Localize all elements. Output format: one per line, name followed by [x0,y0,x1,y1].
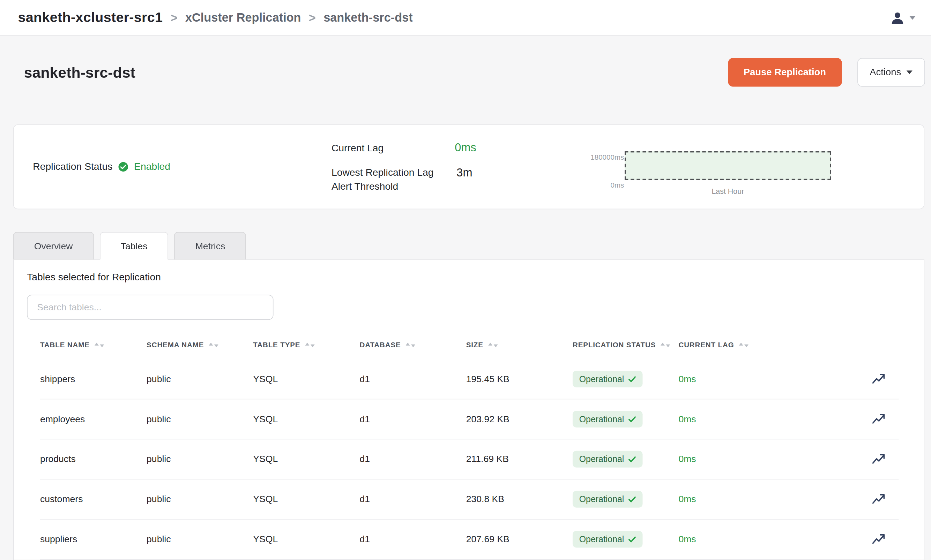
cell-table-type: YSQL [253,414,359,425]
cell-schema-name: public [146,534,253,545]
sort-icon [94,341,104,349]
table-row[interactable]: shippers public YSQL d1 195.45 KB Operat… [40,360,899,400]
cell-table-name: products [40,454,146,465]
row-lag-graph-button[interactable] [871,452,887,466]
status-badge-label: Operational [579,535,624,544]
cell-current-lag: 0ms [678,374,859,385]
cell-schema-name: public [146,454,253,465]
row-lag-graph-button[interactable] [871,532,887,546]
column-header-label: REPLICATION STATUS [573,341,656,349]
status-badge: Operational [573,371,643,388]
page-title: sanketh-src-dst [24,64,136,81]
cell-table-type: YSQL [253,534,359,545]
status-badge-label: Operational [579,494,624,504]
row-lag-graph-button[interactable] [871,372,887,386]
cell-database: d1 [360,414,466,425]
column-header-table-name[interactable]: TABLE NAME [40,341,146,349]
column-header-label: SCHEMA NAME [146,341,204,349]
user-menu[interactable] [890,10,916,25]
row-lag-graph-button[interactable] [871,492,887,506]
breadcrumb-current: sanketh-src-dst [324,11,413,25]
breadcrumb: sanketh-xcluster-src1 > xCluster Replica… [18,9,413,25]
column-header-label: SIZE [466,341,483,349]
cell-schema-name: public [146,414,253,425]
column-header-label: DATABASE [360,341,401,349]
cell-size: 230.8 KB [466,494,573,505]
column-header-table-type[interactable]: TABLE TYPE [253,341,359,349]
actions-button[interactable]: Actions [857,58,925,86]
current-lag-value: 0ms [455,141,476,154]
check-circle-icon [118,161,129,172]
cell-current-lag: 0ms [678,494,859,505]
tab-bar: Overview Tables Metrics [13,232,931,259]
breadcrumb-separator: > [171,11,177,25]
chart-x-label: Last Hour [624,187,831,195]
status-badge: Operational [573,491,643,508]
replication-status-label: Replication Status [33,161,113,172]
cell-table-name: customers [40,494,146,505]
column-header-label: TABLE NAME [40,341,90,349]
sort-icon [405,341,415,349]
status-badge-label: Operational [579,414,624,424]
check-icon [628,456,636,462]
breadcrumb-separator: > [309,11,316,25]
cell-table-type: YSQL [253,494,359,505]
sort-icon [305,341,314,349]
cell-size: 203.92 KB [466,414,573,425]
tables-panel: Tables selected for Replication TABLE NA… [13,259,924,560]
panel-title: Tables selected for Replication [27,271,161,283]
cell-current-lag: 0ms [678,454,859,465]
column-header-schema-name[interactable]: SCHEMA NAME [146,341,253,349]
tab-metrics[interactable]: Metrics [174,232,247,259]
pause-replication-button[interactable]: Pause Replication [728,58,841,86]
line-chart-icon [872,373,886,385]
cell-current-lag: 0ms [678,534,859,545]
cell-database: d1 [360,454,466,465]
chart-threshold-band [624,151,831,180]
sort-icon [488,341,498,349]
lag-threshold-value: 3m [456,166,472,180]
lag-threshold-label: Lowest Replication Lag Alert Threshold [331,166,439,193]
status-badge-label: Operational [579,454,624,464]
sort-icon [739,341,748,349]
status-badge: Operational [573,451,643,468]
line-chart-icon [872,453,886,465]
breadcrumb-cluster[interactable]: sanketh-xcluster-src1 [18,9,163,25]
replication-tables-table: TABLE NAME SCHEMA NAME TABLE TYPE DATABA… [40,331,899,560]
current-lag-label: Current Lag [331,142,384,154]
tab-tables[interactable]: Tables [100,232,168,259]
table-row[interactable]: suppliers public YSQL d1 207.69 KB Opera… [40,520,899,560]
breadcrumb-section[interactable]: xCluster Replication [185,11,301,25]
check-icon [628,496,636,503]
column-header-current-lag[interactable]: CURRENT LAG [678,341,859,349]
column-header-replication-status[interactable]: REPLICATION STATUS [573,341,678,349]
sort-icon [209,341,218,349]
cell-size: 211.69 KB [466,454,573,465]
column-header-label: TABLE TYPE [253,341,300,349]
column-header-size[interactable]: SIZE [466,341,573,349]
cell-table-name: suppliers [40,534,146,545]
header-actions: Pause Replication Actions [728,58,925,86]
cell-schema-name: public [146,374,253,385]
line-chart-icon [872,494,886,505]
chart-ymax-label: 180000ms [590,153,624,162]
cell-table-name: employees [40,414,146,425]
replication-status-card: Replication Status Enabled Current Lag 0… [13,125,924,209]
table-row[interactable]: products public YSQL d1 211.69 KB Operat… [40,439,899,480]
cell-table-type: YSQL [253,454,359,465]
cell-database: d1 [360,534,466,545]
table-row[interactable]: employees public YSQL d1 203.92 KB Opera… [40,399,899,439]
user-icon [890,10,906,25]
check-icon [628,416,636,423]
search-tables-input[interactable] [27,295,273,320]
cell-database: d1 [360,374,466,385]
cell-database: d1 [360,494,466,505]
check-icon [628,536,636,543]
cell-schema-name: public [146,494,253,505]
row-lag-graph-button[interactable] [871,412,887,426]
column-header-database[interactable]: DATABASE [360,341,466,349]
page-header: sanketh-src-dst Pause Replication Action… [0,36,931,87]
tab-overview[interactable]: Overview [13,232,94,259]
line-chart-icon [872,413,886,425]
table-row[interactable]: customers public YSQL d1 230.8 KB Operat… [40,480,899,520]
